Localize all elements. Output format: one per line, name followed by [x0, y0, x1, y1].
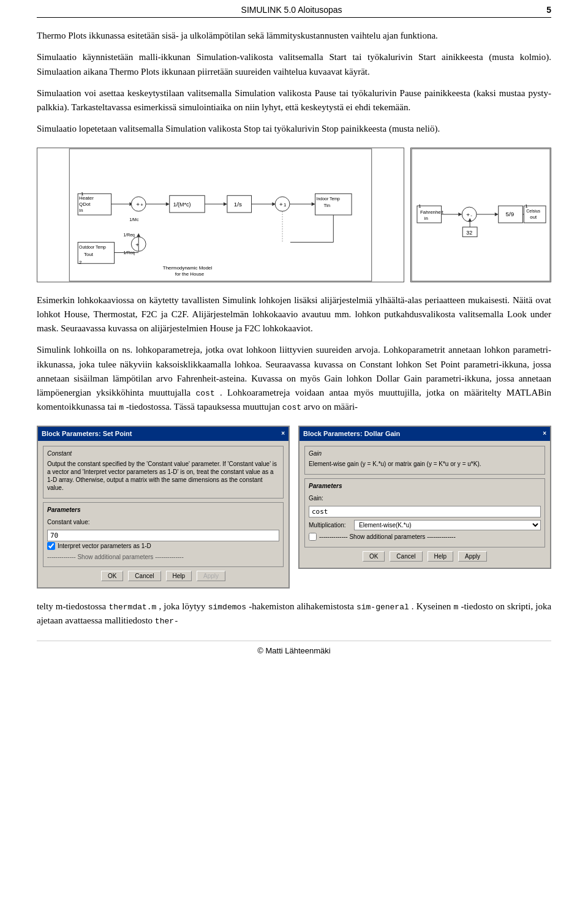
dialog-dollar-gain-buttons: OK Cancel Help Apply [304, 551, 545, 564]
page: SIMULINK 5.0 Aloitusopas 5 Thermo Plots … [0, 0, 588, 899]
footer-text: © Matti Lähteenmäki [257, 646, 330, 655]
svg-text:Tin: Tin [323, 203, 330, 208]
header-page-number: 5 [546, 5, 551, 15]
dialog-set-point-value-input[interactable] [47, 530, 279, 541]
dialog-dollar-gain-value-input[interactable] [309, 506, 541, 517]
dialog-dollar-gain-gain-row: Gain: [309, 494, 541, 503]
dialog-dollar-gain-close[interactable]: × [543, 429, 546, 438]
svg-text:+: + [466, 211, 470, 217]
dialogs-row: Block Parameters: Set Point × Constant O… [37, 426, 551, 589]
dialog-set-point-buttons: OK Cancel Help Apply [43, 571, 284, 584]
dialog-set-point-field-row: Constant value: [47, 517, 279, 527]
paragraph-2: Simulaatio käynnistetään malli-ikkunan S… [37, 50, 551, 79]
dialog-set-point-close[interactable]: × [281, 429, 285, 438]
svg-text:in: in [424, 215, 428, 220]
dialog-set-point-ok-button[interactable]: OK [101, 571, 123, 581]
simgeneral-code: sim-general [356, 603, 409, 612]
diagram-area: Heater QDot In + + 1/Mc [37, 148, 551, 282]
dialog-set-point-field-label: Constant value: [47, 517, 90, 527]
dialog-set-point-params-label: Parameters [47, 505, 279, 515]
dialog-set-point: Block Parameters: Set Point × Constant O… [37, 426, 290, 589]
dialog-dollar-gain-section-label: Gain [309, 449, 541, 459]
m-code: m [119, 403, 124, 412]
dialog-set-point-cancel-button[interactable]: Cancel [128, 571, 160, 581]
dialog-dollar-gain-cancel-button[interactable]: Cancel [390, 551, 422, 562]
dialog-set-point-section-label: Constant [47, 449, 279, 459]
svg-text:QDot: QDot [79, 201, 91, 207]
thermdat-code: thermdat.m [108, 603, 156, 612]
dialog-dollar-gain-gain-label: Gain: [309, 494, 352, 503]
svg-text:Fahrenheit: Fahrenheit [420, 209, 444, 215]
svg-text:1: 1 [418, 203, 421, 209]
main-content: Thermo Plots ikkunassa esitetään sisä- j… [37, 29, 551, 628]
svg-text:1/Req: 1/Req [123, 232, 135, 237]
f2c-diagram-svg: Fahrenheit in 1 + - 32 [411, 148, 551, 282]
cost-code-1: cost [196, 389, 215, 398]
dialog-set-point-help-button[interactable]: Help [166, 571, 192, 581]
svg-text:+: + [140, 202, 143, 208]
dialog-set-point-apply-button[interactable]: Apply [197, 571, 225, 581]
svg-text:1/Mc: 1/Mc [129, 217, 139, 221]
m-code-2: m [453, 603, 458, 612]
svg-text:Celsius: Celsius [526, 209, 540, 213]
dialog-set-point-checkbox-row: Interpret vector parameters as 1-D [47, 541, 279, 551]
svg-text:32: 32 [466, 229, 472, 235]
dialog-dollar-gain-help-button[interactable]: Help [428, 551, 454, 562]
svg-text:1/s: 1/s [234, 201, 242, 208]
dialog-dollar-gain-body: Gain Element-wise gain (y = K.*u) or mat… [300, 441, 550, 568]
svg-text:1: 1 [284, 202, 287, 208]
svg-text:Tout: Tout [84, 252, 94, 257]
page-footer: © Matti Lähteenmäki [37, 641, 551, 655]
svg-text:Outdoor Temp: Outdoor Temp [79, 245, 106, 250]
f2c-diagram: Fahrenheit in 1 + - 32 [410, 148, 551, 282]
dialog-set-point-body: Constant Output the constant specified b… [38, 441, 288, 588]
ther-code: ther- [155, 617, 179, 626]
paragraph-5: Esimerkin lohkokaaviossa on käytetty tav… [37, 293, 551, 336]
house-diagram-svg: Heater QDot In + + 1/Mc [37, 148, 404, 282]
paragraph-3: Simulaation voi asettaa keskeytystilaan … [37, 86, 551, 115]
dialog-set-point-checkbox-label: Interpret vector parameters as 1-D [58, 541, 151, 551]
svg-text:1: 1 [525, 203, 528, 209]
dialog-dollar-gain-params-section: Parameters Gain: Multiplication: Element… [304, 478, 545, 547]
dialog-dollar-gain-apply-button[interactable]: Apply [458, 551, 487, 562]
simdemos-code: simdemos [208, 603, 246, 612]
dialog-dollar-gain-gain-section: Gain Element-wise gain (y = K.*u) or mat… [304, 446, 545, 475]
svg-text:Thermodynamic Model: Thermodynamic Model [163, 265, 213, 271]
dialog-set-point-desc: Output the constant specified by the 'Co… [47, 460, 279, 492]
svg-text:1/(M*c): 1/(M*c) [173, 201, 191, 208]
svg-text:Indoor Temp: Indoor Temp [317, 197, 341, 201]
dialog-dollar-gain-mult-row: Multiplication: Element-wise(K.*u) [309, 520, 541, 530]
svg-text:-: - [470, 212, 472, 217]
header-title: SIMULINK 5.0 Aloitusopas [37, 5, 546, 15]
dialog-dollar-gain-mult-label: Multiplication: [309, 521, 352, 530]
svg-text:1: 1 [81, 191, 84, 197]
house-diagram: Heater QDot In + + 1/Mc [37, 148, 404, 282]
svg-text:2: 2 [79, 260, 81, 265]
dialog-set-point-title: Block Parameters: Set Point [42, 429, 132, 439]
svg-text:for the House: for the House [175, 271, 205, 277]
dialog-dollar-gain-mult-select[interactable]: Element-wise(K.*u) [354, 520, 541, 530]
dialog-dollar-gain-checkbox[interactable] [309, 533, 317, 541]
svg-text:out: out [530, 214, 537, 219]
dialog-dollar-gain-params-label: Parameters [309, 481, 541, 491]
svg-text:5/9: 5/9 [506, 210, 514, 217]
dialog-dollar-gain-checkbox-row: -------------- Show additional parameter… [309, 532, 541, 542]
dialog-set-point-params-section: Parameters Constant value: Interpret vec… [43, 502, 284, 567]
dialog-dollar-gain: Block Parameters: Dollar Gain × Gain Ele… [298, 426, 551, 569]
dialog-dollar-gain-title: Block Parameters: Dollar Gain [303, 429, 400, 439]
dialog-set-point-titlebar: Block Parameters: Set Point × [38, 427, 288, 441]
svg-text:+: + [136, 201, 140, 208]
dialog-dollar-gain-ok-button[interactable]: OK [363, 551, 385, 562]
paragraph-7: telty m-tiedostossa thermdat.m , joka lö… [37, 600, 551, 628]
svg-text:In: In [79, 208, 83, 213]
dialog-set-point-checkbox[interactable] [47, 542, 55, 550]
dialog-dollar-gain-desc: Element-wise gain (y = K.*u) or matrix g… [309, 460, 541, 468]
page-header: SIMULINK 5.0 Aloitusopas 5 [37, 0, 551, 18]
paragraph-1: Thermo Plots ikkunassa esitetään sisä- j… [37, 29, 551, 43]
svg-text:1/Req: 1/Req [123, 250, 135, 255]
paragraph-6: Simulink lohkoilla on ns. lohkoparametre… [37, 343, 551, 414]
dialog-dollar-gain-separator: -------------- Show additional parameter… [319, 532, 456, 542]
cost-code-2: cost [282, 403, 301, 412]
svg-text:+: + [279, 201, 283, 208]
dialog-set-point-separator: -------------- Show additional parameter… [47, 552, 279, 562]
